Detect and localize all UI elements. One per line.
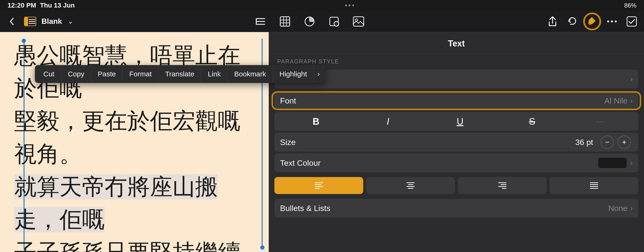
svg-rect-1 [24,17,28,26]
dot3 [352,4,354,6]
paragraph-style-chevron: › [630,75,633,83]
bullets-lists-row[interactable]: Bullets & Lists None › [274,199,638,218]
main-toolbar: Blank ⌄ [0,11,644,32]
svg-point-23 [611,20,613,22]
battery-percent: 86% [624,2,636,9]
svg-rect-25 [627,17,636,26]
text-colour-row: Text Colour › [274,154,638,172]
bullets-chevron: › [630,204,633,212]
text-format-buttons: B I U S ··· [274,112,638,131]
context-menu-cut[interactable]: Cut [37,65,61,83]
status-right: 86% [624,2,636,9]
panel-title: Text [269,32,644,54]
svg-point-18 [334,22,339,26]
document-title[interactable]: Blank [42,17,62,26]
context-menu-bookmark[interactable]: Bookmark [228,65,273,83]
doc-title-chevron[interactable]: ⌄ [68,18,73,25]
date-display: Thu 13 Jun [40,2,75,9]
size-label: Size [280,138,575,147]
time-display: 12:20 PM [8,2,36,9]
svg-rect-9 [280,17,290,26]
text-colour-label: Text Colour [280,158,598,168]
paragraph-style-value: Default* [280,74,630,84]
markup-button[interactable] [586,15,599,28]
font-value: Al Nile [604,96,628,105]
align-center-button[interactable] [366,177,455,194]
text-line-4: 子子孫孫只要堅持繼續做，山 [14,240,240,252]
font-size-row: Size 36 pt − + [274,133,638,152]
text-colour-chevron: › [630,159,633,167]
italic-button[interactable]: I [380,114,396,129]
context-menu-translate[interactable]: Translate [158,65,201,83]
undo-button[interactable] [566,15,579,28]
font-label: Font [280,96,604,105]
more-button[interactable] [605,15,618,28]
dot1 [345,4,347,6]
context-menu-more-arrow[interactable]: › [314,70,324,78]
toolbar-right [546,15,638,28]
shape-icon[interactable] [328,15,340,28]
align-right-button[interactable] [458,177,547,194]
paragraph-style-selector[interactable]: Default* › [274,70,638,88]
underline-button[interactable]: U [452,114,468,129]
share-button[interactable] [546,15,559,28]
text-line-3: 就算天帝冇將座山搬走，佢嘅 [14,174,218,232]
chart-icon[interactable] [303,15,316,28]
right-formatting-panel: Text PARAGRAPH STYLE Default* › Font Al … [269,32,644,252]
media-icon[interactable] [352,15,365,28]
strikethrough-button[interactable]: S [524,114,540,129]
more-format-button[interactable]: ··· [596,117,604,126]
context-menu: Cut Copy Paste Format Translate Link Boo… [35,65,326,83]
status-left: 12:20 PM Thu 13 Jun [8,2,75,9]
bullets-label: Bullets & Lists [280,204,608,213]
list-icon[interactable] [254,15,267,28]
svg-point-21 [589,23,591,25]
dot2 [349,4,350,6]
center-dots [345,4,354,6]
text-alignment-row [269,174,644,197]
toolbar-left: Blank ⌄ [6,15,73,28]
text-colour-swatch[interactable] [598,158,626,168]
paragraph-style-label: PARAGRAPH STYLE [269,54,644,67]
table-icon[interactable] [278,15,292,28]
font-selector[interactable]: Font Al Nile › [274,91,638,110]
size-decrease-button[interactable]: − [601,136,614,149]
context-menu-format[interactable]: Format [122,65,158,83]
svg-point-24 [615,20,617,22]
svg-point-22 [607,20,609,22]
context-menu-highlight[interactable]: Highlight [273,65,314,83]
sidebar-toggle-button[interactable] [24,15,37,28]
bullets-value: None [608,204,628,213]
text-line-2: 堅毅，更在於佢宏觀嘅視角。 [14,108,240,166]
checklist-icon[interactable] [625,15,638,28]
status-bar: 12:20 PM Thu 13 Jun 86% [0,0,644,11]
back-button[interactable] [6,15,19,28]
bold-button[interactable]: B [308,114,324,129]
toolbar-center [73,15,546,28]
align-justify-button[interactable] [550,177,638,194]
context-menu-link[interactable]: Link [201,65,228,83]
context-menu-paste[interactable]: Paste [91,65,123,83]
selection-handle-bottom[interactable] [260,246,264,250]
font-row-wrapper: Font Al Nile › [269,91,644,110]
size-increase-button[interactable]: + [618,136,631,149]
context-menu-copy[interactable]: Copy [61,65,91,83]
size-value: 36 pt [575,138,593,147]
font-chevron: › [630,97,633,105]
align-left-button[interactable] [274,177,363,194]
svg-rect-19 [353,17,364,26]
